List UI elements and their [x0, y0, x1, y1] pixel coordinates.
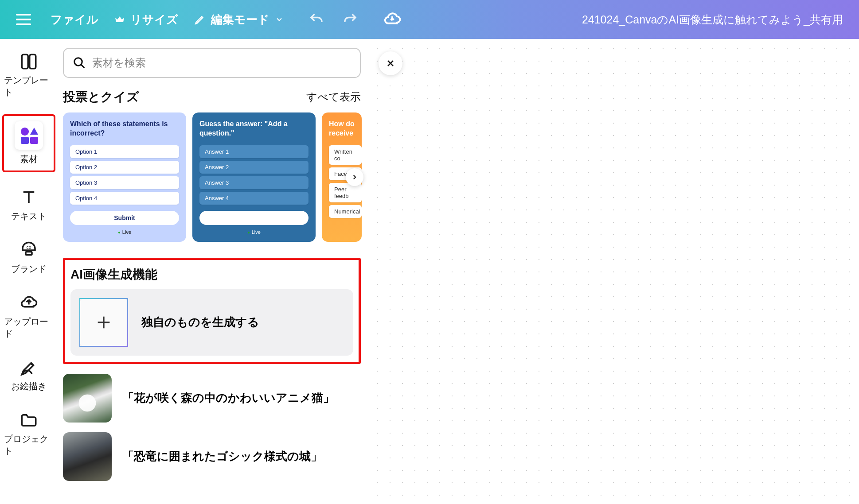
- file-menu[interactable]: ファイル: [51, 12, 98, 27]
- template-icon: [20, 52, 38, 71]
- search-field[interactable]: [63, 48, 361, 78]
- svg-point-4: [74, 58, 82, 66]
- crown-icon: [114, 14, 125, 25]
- quiz-option: Written co: [329, 145, 362, 165]
- svg-text:co: co: [26, 244, 31, 250]
- quiz-option: Option 2: [70, 161, 179, 174]
- rail-project[interactable]: プロジェクト: [2, 408, 55, 460]
- quiz-submit: Submit: [70, 211, 179, 225]
- ai-section-title: AI画像生成機能: [70, 266, 353, 283]
- quiz-option: Option 3: [70, 176, 179, 189]
- svg-rect-2: [26, 252, 32, 255]
- resize-menu[interactable]: リサイズ: [114, 12, 178, 27]
- chevron-right-icon: [351, 173, 359, 181]
- ai-prompt-text: 「恐竜に囲まれたゴシック様式の城」: [122, 448, 322, 465]
- quiz-card[interactable]: Guess the answer: "Add a question." Answ…: [192, 112, 316, 242]
- quiz-option: Answer 4: [199, 192, 308, 205]
- rail-upload[interactable]: アップロード: [2, 291, 55, 342]
- rail-brand[interactable]: co ブランド: [2, 238, 55, 278]
- quiz-option: Answer 2: [199, 161, 308, 174]
- rail-brand-label: ブランド: [11, 263, 47, 275]
- svg-rect-0: [22, 54, 28, 69]
- rail-elements-label: 素材: [20, 153, 38, 165]
- redo-button[interactable]: [342, 12, 358, 27]
- quiz-card[interactable]: Which of these statements is incorrect? …: [63, 112, 186, 242]
- plus-icon: [95, 314, 113, 331]
- rail-text-label: テキスト: [11, 210, 47, 222]
- document-title[interactable]: 241024_CanvaのAI画像生成に触れてみよう_共有用: [582, 12, 847, 27]
- brand-icon: co: [20, 241, 38, 260]
- rail-elements[interactable]: 素材: [2, 114, 55, 172]
- elements-panel: 投票とクイズ すべて表示 Which of these statements i…: [58, 39, 368, 504]
- text-icon: [20, 188, 38, 207]
- ai-generate-button[interactable]: 独自のものを生成する: [70, 289, 353, 356]
- scroll-right-button[interactable]: [346, 168, 363, 186]
- ai-prompt-item[interactable]: 「花が咲く森の中のかわいいアニメ猫」: [63, 374, 361, 423]
- canvas-area[interactable]: [368, 39, 859, 504]
- rail-text[interactable]: テキスト: [2, 186, 55, 225]
- quiz-question: Which of these statements is incorrect?: [70, 120, 179, 138]
- edit-mode-menu[interactable]: 編集モード: [194, 12, 284, 27]
- quiz-option: Option 1: [70, 145, 179, 158]
- rail-templates[interactable]: テンプレート: [2, 50, 55, 101]
- rail-project-label: プロジェクト: [4, 433, 54, 457]
- quiz-section-title: 投票とクイズ: [63, 89, 139, 105]
- chevron-down-icon: [275, 15, 284, 24]
- edit-mode-label: 編集モード: [211, 12, 269, 27]
- quiz-section-header: 投票とクイズ すべて表示: [63, 89, 361, 105]
- main-menu-button[interactable]: [12, 10, 35, 29]
- quiz-live-badge: Live: [70, 229, 179, 235]
- ai-prompt-thumbnail: [63, 432, 112, 481]
- ai-prompt-item[interactable]: 「恐竜に囲まれたゴシック様式の城」: [63, 432, 361, 481]
- ai-image-section: AI画像生成機能 独自のものを生成する: [63, 258, 361, 364]
- quiz-submit: Submit: [199, 211, 308, 225]
- quiz-live-badge: Live: [199, 229, 308, 235]
- side-rail: テンプレート 素材 テキスト co ブランド アップロード お絵描き プロジェク…: [0, 39, 58, 504]
- rail-templates-label: テンプレート: [4, 74, 54, 98]
- resize-label: リサイズ: [130, 12, 178, 27]
- search-icon: [73, 56, 86, 70]
- quiz-option: Answer 1: [199, 145, 308, 158]
- close-icon: [385, 58, 396, 69]
- pen-icon: [194, 14, 206, 25]
- quiz-see-all[interactable]: すべて表示: [306, 90, 361, 104]
- plus-box: [79, 298, 128, 347]
- cloud-sync-button[interactable]: [383, 10, 402, 29]
- search-input[interactable]: [92, 57, 351, 69]
- history-group: [308, 12, 358, 27]
- ai-generate-label: 独自のものを生成する: [141, 314, 259, 330]
- draw-icon: [20, 358, 38, 377]
- quiz-question: How do receive: [329, 120, 362, 138]
- quiz-option: Option 4: [70, 192, 179, 205]
- svg-rect-1: [30, 54, 36, 69]
- quiz-question: Guess the answer: "Add a question.": [199, 120, 308, 138]
- top-toolbar: ファイル リサイズ 編集モード 241024_CanvaのAI画像生成に触れてみ…: [0, 0, 859, 39]
- ai-prompt-text: 「花が咲く森の中のかわいいアニメ猫」: [122, 389, 335, 407]
- rail-draw-label: お絵描き: [11, 380, 47, 392]
- close-panel-button[interactable]: [379, 51, 402, 75]
- quiz-option: Answer 3: [199, 176, 308, 189]
- ai-prompt-thumbnail: [63, 374, 112, 423]
- undo-button[interactable]: [308, 12, 324, 27]
- quiz-option: Numerical: [329, 205, 362, 218]
- rail-upload-label: アップロード: [4, 316, 54, 340]
- folder-icon: [20, 411, 38, 430]
- rail-draw[interactable]: お絵描き: [2, 356, 55, 395]
- quiz-cards-row: Which of these statements is incorrect? …: [63, 112, 361, 242]
- elements-icon: [21, 128, 37, 143]
- upload-icon: [20, 294, 38, 312]
